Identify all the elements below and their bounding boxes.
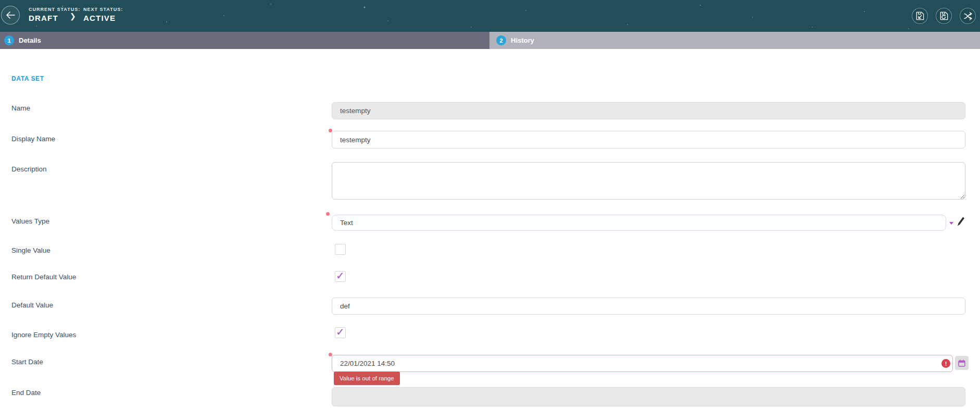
save-button[interactable]	[912, 8, 928, 24]
current-status-label: CURRENT STATUS:	[29, 7, 80, 12]
step-tabbar: 1 Details 2 History	[0, 32, 980, 49]
name-label: Name	[11, 104, 30, 112]
end-date-input[interactable]	[332, 387, 965, 406]
start-date-label: Start Date	[11, 358, 43, 366]
section-title-data-set: DATA SET	[11, 75, 44, 82]
header-actions	[912, 8, 976, 24]
tab-details[interactable]: 1 Details	[0, 32, 489, 49]
start-date-error-message: Value is out of range	[334, 372, 400, 385]
default-value-input[interactable]	[332, 298, 965, 315]
required-dot	[326, 212, 330, 216]
transitions-button[interactable]	[960, 8, 976, 24]
back-arrow-icon	[6, 11, 15, 19]
description-label: Description	[11, 165, 47, 173]
save-icon	[915, 11, 925, 21]
check-icon: ✓	[336, 270, 345, 281]
values-type-dropdown-caret-icon[interactable]	[949, 222, 953, 225]
single-value-checkbox[interactable]	[335, 244, 346, 255]
check-icon: ✓	[336, 327, 345, 337]
tab-details-label: Details	[19, 36, 41, 44]
return-default-value-checkbox[interactable]: ✓	[335, 271, 346, 282]
save-refresh-button[interactable]	[936, 8, 952, 24]
calendar-icon	[958, 359, 966, 367]
values-type-edit-button[interactable]	[956, 216, 965, 228]
return-default-value-label: Return Default Value	[11, 273, 76, 281]
next-status-label: NEXT STATUS:	[83, 7, 123, 12]
single-value-label: Single Value	[11, 246, 51, 254]
ignore-empty-values-checkbox[interactable]: ✓	[335, 327, 346, 338]
pencil-icon	[956, 216, 965, 227]
tab-history-label: History	[511, 36, 534, 44]
status-header: CURRENT STATUS: DRAFT ❯ NEXT STATUS: ACT…	[0, 0, 980, 32]
ignore-empty-values-label: Ignore Empty Values	[11, 331, 76, 339]
save-refresh-icon	[939, 11, 949, 21]
end-date-label: End Date	[11, 389, 41, 397]
tab-history[interactable]: 2 History	[489, 32, 980, 49]
values-type-input[interactable]	[332, 215, 946, 231]
display-name-label: Display Name	[11, 135, 55, 143]
values-type-label: Values Type	[11, 217, 49, 225]
start-date-calendar-button[interactable]	[955, 356, 969, 370]
name-input[interactable]	[332, 102, 965, 119]
next-status: NEXT STATUS: ACTIVE	[83, 7, 123, 22]
start-date-input[interactable]	[332, 355, 953, 372]
description-textarea[interactable]	[332, 162, 965, 200]
display-name-input[interactable]	[332, 131, 965, 149]
swap-arrows-icon	[963, 11, 973, 21]
back-button[interactable]	[1, 6, 20, 24]
default-value-label: Default Value	[11, 301, 53, 309]
error-icon: !	[941, 359, 950, 368]
status-chevron-icon: ❯	[70, 12, 76, 20]
tab-history-number: 2	[496, 35, 506, 45]
next-status-value: ACTIVE	[83, 14, 123, 22]
tab-details-number: 1	[4, 35, 14, 45]
